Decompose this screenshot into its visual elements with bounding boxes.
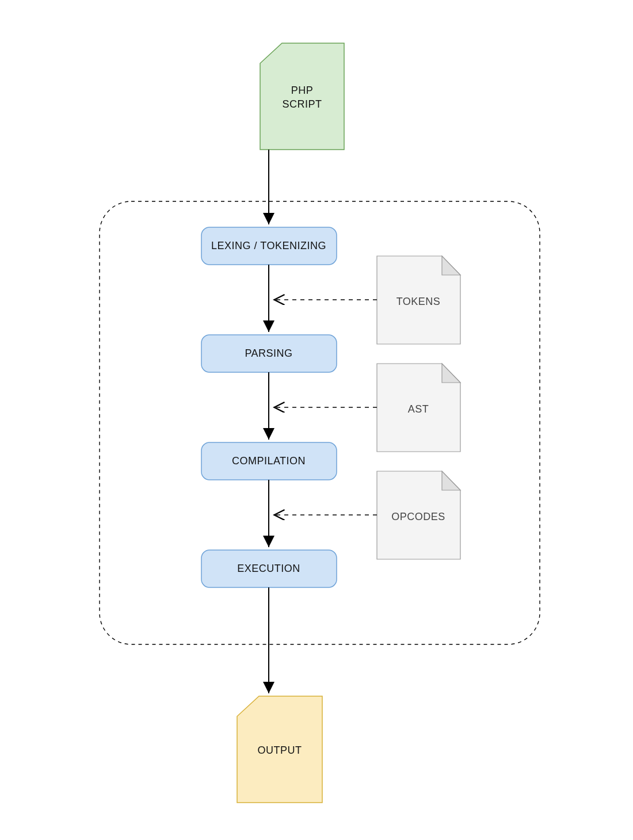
- stage-parsing: PARSING: [201, 335, 337, 372]
- input-label-line2: SCRIPT: [282, 98, 322, 110]
- stage-parsing-label: PARSING: [245, 348, 292, 359]
- artifact-tokens: TOKENS: [377, 256, 460, 344]
- php-pipeline-diagram: PHP SCRIPT LEXING / TOKENIZING PARSING C…: [0, 0, 633, 840]
- artifact-tokens-label: TOKENS: [396, 296, 441, 307]
- stage-lexing-label: LEXING / TOKENIZING: [211, 240, 326, 251]
- stage-execution-label: EXECUTION: [237, 563, 300, 574]
- stage-lexing: LEXING / TOKENIZING: [201, 227, 337, 265]
- output-label: OUTPUT: [258, 744, 302, 756]
- stage-compilation-label: COMPILATION: [232, 455, 306, 467]
- artifact-ast-label: AST: [408, 403, 429, 415]
- output-node: OUTPUT: [237, 696, 322, 803]
- artifact-opcodes: OPCODES: [377, 471, 460, 559]
- artifact-opcodes-label: OPCODES: [391, 511, 445, 522]
- artifact-ast: AST: [377, 364, 460, 452]
- stage-execution: EXECUTION: [201, 550, 337, 587]
- input-node: PHP SCRIPT: [260, 43, 344, 150]
- stage-compilation: COMPILATION: [201, 442, 337, 480]
- input-label-line1: PHP: [291, 85, 314, 96]
